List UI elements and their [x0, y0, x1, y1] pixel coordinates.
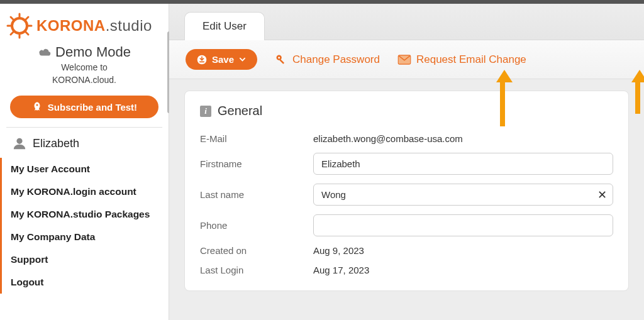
subscribe-button[interactable]: Subscribe and Test!	[10, 96, 158, 118]
lastname-label: Last name	[200, 189, 313, 200]
save-label: Save	[212, 54, 234, 65]
demo-welcome-line1: Welcome to	[10, 62, 158, 73]
nav-korona-login-account[interactable]: My KORONA.login account	[0, 180, 169, 203]
save-button[interactable]: Save	[186, 49, 257, 70]
brand-text: KORONA.studio	[36, 17, 152, 35]
sidebar-user[interactable]: Elizabeth	[0, 128, 169, 158]
email-value: elizabeth.wong@combase-usa.com	[313, 133, 463, 144]
created-on-value: Aug 9, 2023	[313, 245, 364, 256]
svg-line-6	[26, 32, 28, 35]
created-on-label: Created on	[200, 245, 313, 256]
svg-point-0	[12, 18, 27, 33]
sidebar: KORONA.studio Demo Mode Welcome to KORON…	[0, 4, 169, 320]
rocket-icon	[31, 101, 43, 113]
sidebar-user-name: Elizabeth	[33, 137, 79, 150]
svg-point-13	[278, 57, 280, 58]
firstname-input[interactable]	[313, 153, 613, 175]
demo-mode-title: Demo Mode	[38, 44, 131, 60]
main-area: Edit User Save Chang	[169, 4, 644, 320]
phone-input[interactable]	[313, 214, 613, 236]
change-password-label: Change Password	[292, 53, 380, 66]
download-icon	[197, 55, 207, 65]
key-icon	[275, 53, 287, 66]
subscribe-label: Subscribe and Test!	[48, 102, 137, 113]
email-label: E-Mail	[200, 133, 313, 144]
envelope-icon	[397, 55, 411, 65]
phone-label: Phone	[200, 220, 313, 231]
nav-company-data[interactable]: My Company Data	[0, 226, 169, 248]
svg-line-7	[11, 32, 13, 35]
clear-lastname-icon[interactable]: ✕	[597, 188, 607, 202]
section-title: i General	[200, 104, 613, 118]
demo-mode-block: Demo Mode Welcome to KORONA.cloud.	[0, 44, 169, 91]
tab-edit-user[interactable]: Edit User	[184, 12, 265, 40]
last-login-label: Last Login	[200, 265, 313, 275]
lastname-input[interactable]	[313, 184, 613, 206]
brand-logo: KORONA.studio	[0, 4, 169, 44]
nav-korona-studio-packages[interactable]: My KORONA.studio Packages	[0, 203, 169, 226]
svg-point-9	[16, 138, 22, 144]
nav-support[interactable]: Support	[0, 248, 169, 271]
chevron-down-icon	[239, 56, 246, 63]
request-email-change-link[interactable]: Request Email Change	[397, 53, 526, 66]
svg-rect-14	[279, 59, 284, 64]
change-password-link[interactable]: Change Password	[275, 53, 380, 66]
demo-welcome-line2: KORONA.cloud.	[10, 74, 158, 86]
nav-logout[interactable]: Logout	[0, 271, 169, 294]
cloud-icon	[38, 47, 52, 57]
nav-my-user-account[interactable]: My User Account	[0, 158, 169, 180]
sun-logo-icon	[6, 13, 33, 39]
request-email-label: Request Email Change	[416, 53, 526, 66]
last-login-value: Aug 17, 2023	[313, 265, 369, 275]
sidebar-nav: My User Account My KORONA.login account …	[0, 158, 169, 294]
user-icon	[13, 136, 26, 150]
general-card: i General E-Mail elizabeth.wong@combase-…	[184, 91, 629, 291]
toolbar: Save Change Password Request Email	[169, 40, 644, 79]
svg-line-5	[11, 17, 13, 19]
svg-line-8	[26, 17, 28, 19]
info-icon: i	[200, 106, 211, 117]
tab-row: Edit User	[169, 4, 644, 40]
firstname-label: Firstname	[200, 158, 313, 169]
